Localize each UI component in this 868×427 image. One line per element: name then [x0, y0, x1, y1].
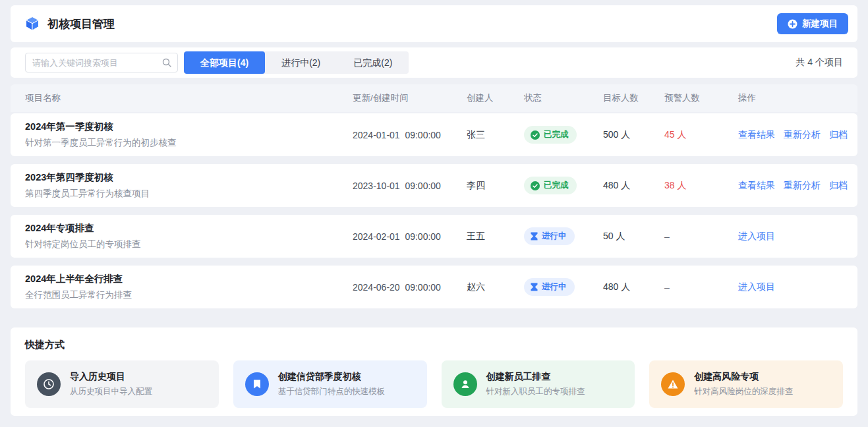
project-name: 2023年第四季度初核 [25, 171, 353, 184]
row-actions: 进入项目 [738, 281, 843, 293]
shortcut-desc: 针对新入职员工的专项排查 [486, 386, 585, 397]
table-header: 项目名称 更新/创建时间 创建人 状态 目标人数 预警人数 操作 [11, 84, 857, 112]
shortcut-high-risk-special[interactable]: 创建高风险专项 针对高风险岗位的深度排查 [649, 360, 843, 408]
cube-icon [24, 15, 41, 32]
status-badge: 已完成 [524, 126, 577, 144]
archive-link[interactable]: 归档 [829, 180, 848, 192]
check-circle-icon [531, 130, 540, 140]
project-creator: 李四 [467, 180, 524, 192]
project-filter-tabs: 全部项目(4) 进行中(2) 已完成(2) [184, 51, 409, 74]
archive-link[interactable]: 归档 [829, 129, 848, 141]
status-badge: 进行中 [524, 278, 575, 296]
shortcut-import-history[interactable]: 导入历史项目 从历史项目中导入配置 [25, 360, 219, 408]
table-row: 2023年第四季度初核 第四季度员工异常行为核查项目 2023-10-01 09… [11, 164, 857, 207]
check-circle-icon [531, 181, 540, 190]
col-creator: 创建人 [467, 92, 524, 104]
col-status: 状态 [524, 92, 603, 104]
warning-icon [661, 372, 685, 396]
target-count: 500 人 [603, 129, 664, 141]
search-input[interactable] [32, 58, 162, 68]
status-badge: 进行中 [524, 227, 575, 245]
project-time: 2023-10-01 09:00:00 [353, 181, 467, 191]
view-results-link[interactable]: 查看结果 [738, 129, 775, 141]
page-title: 初核项目管理 [47, 16, 115, 32]
tab-completed[interactable]: 已完成(2) [337, 51, 409, 74]
project-time: 2024-01-01 09:00:00 [353, 130, 467, 140]
clock-icon [37, 372, 61, 396]
shortcut-new-employee-check[interactable]: 创建新员工排查 针对新入职员工的专项排查 [442, 360, 635, 408]
user-icon [453, 372, 477, 396]
warning-count: 38 人 [664, 180, 738, 192]
reanalyze-link[interactable]: 重新分析 [784, 180, 821, 192]
warning-count: – [664, 231, 738, 242]
project-desc: 第四季度员工异常行为核查项目 [25, 188, 353, 200]
total-count: 共 4 个项目 [796, 57, 843, 69]
shortcut-title: 导入历史项目 [70, 371, 152, 383]
col-time: 更新/创建时间 [353, 92, 467, 104]
new-project-label: 新建项目 [802, 18, 838, 30]
filter-toolbar: 全部项目(4) 进行中(2) 已完成(2) 共 4 个项目 [11, 47, 857, 78]
shortcut-credit-dept-review[interactable]: 创建信贷部季度初核 基于信贷部门特点的快速模板 [233, 360, 427, 408]
enter-project-link[interactable]: 进入项目 [738, 231, 775, 242]
status-badge: 已完成 [524, 177, 577, 194]
row-actions: 查看结果 重新分析 归档 [738, 180, 848, 192]
page-header: 初核项目管理 新建项目 [11, 5, 857, 42]
bookmark-icon [245, 372, 269, 396]
reanalyze-link[interactable]: 重新分析 [784, 129, 821, 141]
row-actions: 进入项目 [738, 231, 843, 242]
project-name: 2024年专项排查 [25, 222, 353, 235]
shortcuts-title: 快捷方式 [25, 339, 843, 351]
project-name: 2024年第一季度初核 [25, 121, 353, 133]
tab-in-progress[interactable]: 进行中(2) [265, 51, 337, 74]
project-time: 2024-06-20 09:00:00 [353, 282, 467, 293]
project-creator: 王五 [467, 231, 524, 242]
plus-circle-icon [788, 19, 797, 29]
tab-all-projects[interactable]: 全部项目(4) [184, 51, 265, 74]
row-actions: 查看结果 重新分析 归档 [738, 129, 848, 141]
enter-project-link[interactable]: 进入项目 [738, 281, 775, 293]
project-creator: 张三 [467, 129, 524, 141]
project-desc: 全行范围员工异常行为排查 [25, 289, 353, 301]
warning-count: – [664, 282, 738, 293]
col-actions: 操作 [738, 92, 843, 104]
search-icon[interactable] [162, 58, 171, 67]
project-desc: 针对第一季度员工异常行为的初步核查 [25, 137, 353, 149]
project-name: 2024年上半年全行排查 [25, 273, 353, 285]
shortcut-title: 创建新员工排查 [486, 371, 585, 383]
shortcut-title: 创建信贷部季度初核 [278, 371, 386, 383]
project-creator: 赵六 [467, 281, 524, 293]
warning-count: 45 人 [664, 129, 738, 141]
shortcut-title: 创建高风险专项 [694, 371, 793, 383]
shortcut-desc: 针对高风险岗位的深度排查 [694, 386, 793, 397]
table-row: 2024年上半年全行排查 全行范围员工异常行为排查 2024-06-20 09:… [11, 266, 857, 308]
shortcut-desc: 从历史项目中导入配置 [70, 386, 152, 397]
project-time: 2024-02-01 09:00:00 [353, 231, 467, 242]
hourglass-icon [531, 232, 538, 241]
search-box[interactable] [25, 53, 178, 72]
col-target: 目标人数 [603, 92, 664, 104]
shortcut-desc: 基于信贷部门特点的快速模板 [278, 386, 386, 397]
target-count: 480 人 [603, 180, 664, 192]
table-row: 2024年第一季度初核 针对第一季度员工异常行为的初步核查 2024-01-01… [11, 113, 857, 156]
hourglass-icon [531, 283, 538, 291]
shortcuts-section: 快捷方式 导入历史项目 从历史项目中导入配置 创建信贷部季度初核 [11, 327, 857, 416]
target-count: 480 人 [603, 281, 664, 293]
col-project-name: 项目名称 [25, 92, 353, 104]
new-project-button[interactable]: 新建项目 [777, 13, 848, 34]
col-warning: 预警人数 [664, 92, 738, 104]
view-results-link[interactable]: 查看结果 [738, 180, 775, 192]
target-count: 50 人 [603, 231, 664, 242]
table-row: 2024年专项排查 针对特定岗位员工的专项排查 2024-02-01 09:00… [11, 215, 857, 258]
project-desc: 针对特定岗位员工的专项排查 [25, 239, 353, 250]
